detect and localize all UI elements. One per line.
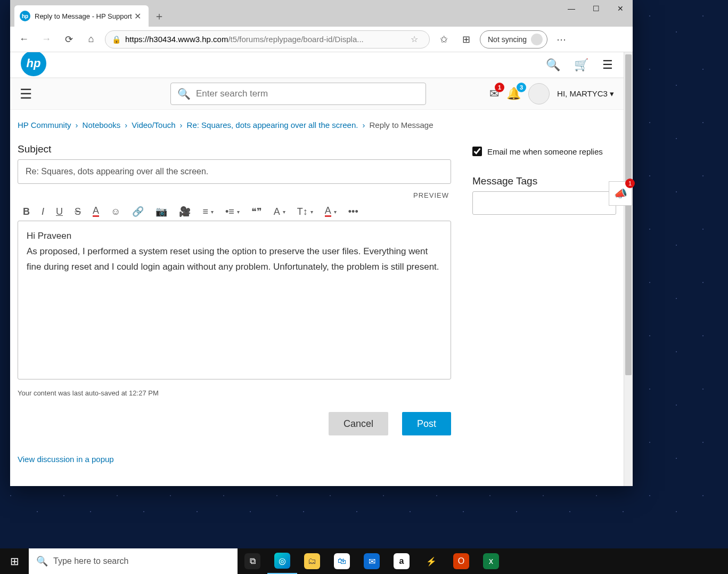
preview-link[interactable]: PREVIEW [20, 191, 449, 199]
lock-icon: 🔒 [112, 35, 121, 44]
autosave-status: Your content was last auto-saved at 12:2… [18, 389, 451, 397]
browser-menu-button[interactable]: ⋯ [553, 31, 570, 48]
notifications-icon[interactable]: 🔔 3 [506, 87, 521, 101]
email-me-checkbox[interactable] [472, 147, 482, 156]
email-me-label: Email me when someone replies [487, 147, 603, 156]
start-button[interactable]: ⊞ [0, 548, 29, 574]
crumb-notebooks[interactable]: Notebooks [83, 120, 121, 130]
tab-close-icon[interactable]: ✕ [132, 11, 143, 21]
favorites-button[interactable]: ✩ [435, 31, 452, 48]
quote-button[interactable]: ❝❞ [251, 206, 262, 217]
more-tools-button[interactable]: ••• [348, 206, 358, 217]
url-text: https://h30434.www3.hp.com/t5/forums/rep… [125, 35, 402, 44]
bold-button[interactable]: B [23, 206, 30, 217]
chevron-right-icon: › [362, 120, 365, 130]
unordered-list-button[interactable]: •≡ [225, 206, 240, 217]
taskbar-app-edge[interactable]: ◎ [267, 548, 297, 574]
ordered-list-button[interactable]: ≡ [202, 206, 214, 217]
site-menu-icon[interactable]: ☰ [602, 58, 613, 72]
window-maximize-button[interactable]: ☐ [584, 0, 608, 17]
breadcrumb: HP Community› Notebooks› Video/Touch› Re… [10, 110, 624, 134]
browser-window: hp Reply to Message - HP Support ✕ ＋ — ☐… [10, 0, 633, 486]
sync-label: Not syncing [488, 35, 527, 44]
view-discussion-popup-link[interactable]: View discussion in a popup [18, 455, 114, 464]
search-icon: 🔍 [36, 555, 48, 567]
hp-logo[interactable]: hp [21, 52, 46, 76]
windows-taskbar: ⊞ 🔍 Type here to search ⧉ ◎ 🗂 🛍 ✉ a ⚡ O … [0, 548, 728, 574]
user-avatar[interactable] [528, 83, 550, 104]
subject-label: Subject [18, 143, 451, 155]
taskbar-app-mail[interactable]: ✉ [357, 548, 387, 574]
inbox-badge: 1 [495, 83, 504, 92]
home-button[interactable]: ⌂ [83, 31, 100, 48]
address-bar[interactable]: 🔒 https://h30434.www3.hp.com/t5/forums/r… [105, 30, 430, 48]
italic-button[interactable]: I [42, 206, 44, 217]
photo-button[interactable]: 📷 [156, 206, 167, 217]
video-button[interactable]: 🎥 [179, 206, 191, 217]
profile-avatar-icon [531, 34, 543, 45]
underline-button[interactable]: U [56, 206, 63, 217]
window-minimize-button[interactable]: — [559, 0, 584, 17]
browser-tab[interactable]: hp Reply to Message - HP Support ✕ [14, 5, 149, 27]
feedback-badge: 1 [625, 179, 635, 188]
message-tags-label: Message Tags [472, 175, 616, 187]
chevron-right-icon: › [125, 120, 127, 130]
hp-favicon: hp [20, 11, 30, 21]
favorite-star-icon[interactable]: ☆ [406, 31, 423, 48]
crumb-current: Reply to Message [369, 120, 433, 130]
taskbar-search-placeholder: Type here to search [53, 556, 128, 566]
community-search-input[interactable] [196, 88, 419, 99]
cancel-button[interactable]: Cancel [329, 412, 388, 435]
refresh-button[interactable]: ⟳ [60, 31, 77, 48]
taskbar-app-excel[interactable]: x [476, 548, 506, 574]
notifications-badge: 3 [517, 83, 526, 92]
profile-sync-button[interactable]: Not syncing [480, 30, 547, 48]
chevron-right-icon: › [76, 120, 78, 130]
user-greeting[interactable]: HI, MARTYC3 ▾ [557, 89, 614, 99]
inbox-icon[interactable]: ✉ 1 [489, 87, 499, 101]
community-menu-icon[interactable]: ☰ [20, 86, 32, 102]
taskbar-app-amazon[interactable]: a [387, 548, 416, 574]
message-body-input[interactable] [18, 221, 451, 379]
taskbar-app-lightning[interactable]: ⚡ [416, 548, 446, 574]
post-button[interactable]: Post [402, 412, 451, 435]
crumb-hp-community[interactable]: HP Community [18, 120, 71, 130]
browser-toolbar: ← → ⟳ ⌂ 🔒 https://h30434.www3.hp.com/t5/… [10, 27, 633, 52]
search-icon: 🔍 [177, 87, 191, 100]
task-view-button[interactable]: ⧉ [238, 548, 267, 574]
crumb-thread[interactable]: Re: Squares, dots appearing over all the… [187, 120, 358, 130]
hp-top-header: hp 🔍 🛒 ☰ [10, 52, 624, 78]
community-search[interactable]: 🔍 [170, 83, 426, 105]
chevron-right-icon: › [180, 120, 183, 130]
link-button[interactable]: 🔗 [132, 206, 144, 217]
feedback-tab[interactable]: 📣1 [609, 181, 632, 206]
site-search-icon[interactable]: 🔍 [546, 58, 560, 72]
window-close-button[interactable]: ✕ [608, 0, 633, 17]
page-scrollbar[interactable] [624, 52, 633, 486]
taskbar-app-office[interactable]: O [446, 548, 476, 574]
strike-button[interactable]: S [75, 206, 81, 217]
tab-title: Reply to Message - HP Support [35, 12, 132, 20]
editor-toolbar: B I U S A ☺ 🔗 📷 🎥 ≡ •≡ ❝❞ A T↕ [18, 203, 451, 221]
community-band: ☰ 🔍 ✉ 1 🔔 3 HI, MARTYC3 ▾ [10, 78, 624, 110]
taskbar-search[interactable]: 🔍 Type here to search [29, 548, 238, 574]
page-viewport: hp 🔍 🛒 ☰ ☰ 🔍 ✉ 1 🔔 3 [10, 52, 633, 486]
font-size-button[interactable]: T↕ [297, 206, 313, 217]
email-me-checkbox-row[interactable]: Email me when someone replies [472, 147, 616, 156]
cart-icon[interactable]: 🛒 [574, 58, 588, 72]
subject-input[interactable] [18, 159, 451, 184]
emoji-button[interactable]: ☺ [111, 206, 120, 217]
text-color-button[interactable]: A [93, 206, 99, 216]
collections-button[interactable]: ⊞ [457, 31, 475, 48]
font-family-button[interactable]: A [274, 206, 285, 217]
forward-button: → [38, 31, 55, 48]
taskbar-app-store[interactable]: 🛍 [327, 548, 357, 574]
message-tags-input[interactable] [472, 191, 616, 215]
back-button[interactable]: ← [15, 31, 32, 48]
browser-titlebar: hp Reply to Message - HP Support ✕ ＋ — ☐… [10, 0, 633, 27]
taskbar-app-explorer[interactable]: 🗂 [297, 548, 327, 574]
font-color-button[interactable]: A [325, 206, 337, 216]
crumb-video-touch[interactable]: Video/Touch [132, 120, 175, 130]
new-tab-button[interactable]: ＋ [149, 5, 170, 27]
